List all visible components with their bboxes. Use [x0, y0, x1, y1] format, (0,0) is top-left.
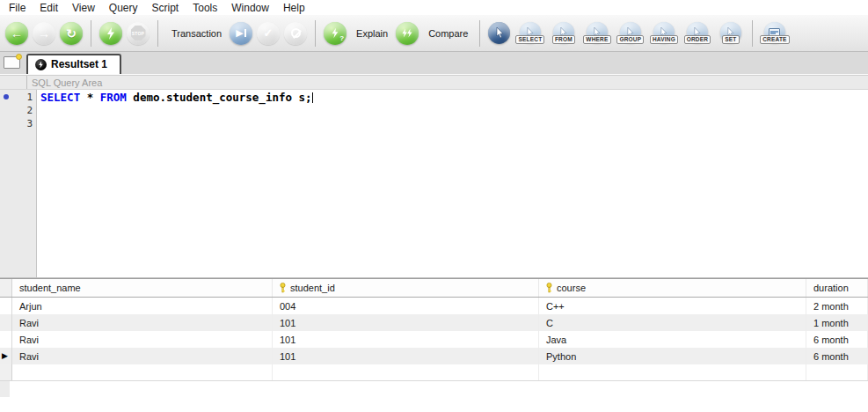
sql-query-area-bar[interactable]: SQL Query Area	[0, 75, 868, 90]
table-row[interactable]: Ravi101C1 month	[0, 314, 868, 331]
transaction-label: Transaction	[171, 28, 222, 39]
grid-cell-student_id[interactable]: 101	[273, 331, 539, 348]
grid-cell-student_name[interactable]: Ravi	[12, 314, 273, 331]
new-tab-dot-icon	[16, 54, 22, 60]
explain-label: Explain	[356, 28, 388, 39]
grid-cell-course[interactable]: C	[539, 314, 806, 331]
sql-token-plain: demo.student_course_info s;	[127, 91, 312, 104]
menu-item-edit[interactable]: Edit	[33, 1, 65, 15]
row-header-corner	[0, 279, 12, 297]
commit-button[interactable]: ✓	[257, 22, 280, 45]
column-header-label: duration	[813, 283, 849, 293]
sql-code-area[interactable]: SELECT * FROM demo.student_course_info s…	[37, 90, 868, 277]
grid-cell-course[interactable]: Java	[539, 331, 806, 348]
refresh-button[interactable]: ↻	[60, 22, 83, 45]
lightning-icon	[106, 27, 116, 40]
tab-label: Resultset 1	[51, 58, 107, 70]
querybar-divider	[26, 76, 27, 89]
rollback-button[interactable]	[284, 22, 307, 45]
toolbar: ← → ↻ STOP Transaction ▶ ✓ ?	[0, 15, 868, 52]
sql-token-keyword: FROM	[100, 91, 127, 104]
grid-cell-empty[interactable]	[12, 364, 273, 380]
grid-cell-student_name[interactable]: Ravi	[12, 348, 273, 364]
builder-label: SET	[722, 35, 739, 44]
cursor-icon	[495, 27, 504, 39]
builder-from-button[interactable]: FROM	[550, 22, 577, 44]
grid-cell-empty[interactable]	[273, 364, 539, 380]
tab-bar: Resultset 1	[0, 52, 868, 75]
builder-where-button[interactable]: WHERE	[583, 22, 610, 44]
question-mark-icon: ?	[339, 34, 344, 42]
builder-order-button[interactable]: ORDER	[683, 22, 711, 44]
table-row[interactable]: ▶Ravi101Python6 month	[0, 348, 868, 364]
builder-label: HAVING	[650, 35, 678, 44]
grid-cell-student_id[interactable]: 101	[273, 348, 539, 364]
query-builder-pointer-button[interactable]	[488, 22, 510, 44]
menu-bar: FileEditViewQueryScriptToolsWindowHelp	[0, 0, 868, 15]
tab-resultset-1[interactable]: Resultset 1	[26, 54, 121, 74]
row-header-cell[interactable]	[0, 314, 12, 331]
key-icon	[280, 283, 286, 293]
text-caret	[312, 92, 314, 103]
grid-cell-empty[interactable]	[539, 364, 806, 380]
editor-gutter[interactable]: 123	[0, 90, 37, 277]
column-header-duration[interactable]: duration	[806, 279, 868, 297]
query-builder-group: SELECTFROMWHEREGROUPHAVINGORDERSET	[488, 22, 744, 44]
builder-group-button[interactable]: GROUP	[616, 22, 644, 44]
sql-line-1: SELECT * FROM demo.student_course_info s…	[40, 91, 868, 104]
grid-cell-course[interactable]: Python	[539, 348, 806, 364]
execute-query-button[interactable]	[99, 22, 122, 45]
menu-item-help[interactable]: Help	[276, 1, 312, 15]
start-transaction-button[interactable]: ▶	[230, 22, 252, 45]
menu-item-tools[interactable]: Tools	[186, 1, 224, 15]
column-header-label: course	[557, 283, 586, 293]
builder-set-button[interactable]: SET	[717, 22, 744, 44]
grid-cell-student_id[interactable]: 101	[273, 314, 539, 331]
create-table-button[interactable]: CREATE	[761, 22, 788, 44]
double-lightning-icon	[401, 27, 413, 39]
stop-query-button[interactable]: STOP	[127, 22, 150, 45]
column-header-course[interactable]: course	[539, 279, 806, 297]
menu-item-window[interactable]: Window	[224, 1, 276, 15]
menu-item-query[interactable]: Query	[102, 1, 145, 15]
sql-line-2	[40, 104, 868, 117]
column-header-student_name[interactable]: student_name	[12, 279, 273, 297]
sql-query-area-label: SQL Query Area	[32, 77, 102, 88]
explain-button[interactable]: ?	[324, 22, 346, 45]
grid-cell-student_name[interactable]: Arjun	[12, 298, 273, 314]
compare-button[interactable]	[396, 22, 419, 45]
menu-item-file[interactable]: File	[2, 1, 33, 15]
grid-cell-student_name[interactable]: Ravi	[12, 331, 273, 348]
grid-cell-duration[interactable]: 2 month	[806, 298, 868, 314]
row-header-cell	[0, 364, 12, 380]
grid-new-row[interactable]	[0, 364, 868, 381]
toolbar-separator	[315, 20, 316, 47]
table-row[interactable]: Arjun004C++2 month	[0, 298, 868, 314]
grid-cell-duration[interactable]: 6 month	[806, 331, 868, 348]
column-header-label: student_name	[19, 283, 81, 293]
refresh-icon: ↻	[66, 27, 77, 40]
menu-item-script[interactable]: Script	[145, 1, 186, 15]
back-button[interactable]: ←	[5, 22, 28, 45]
row-header-stub	[0, 381, 10, 397]
column-header-student_id[interactable]: student_id	[273, 279, 539, 297]
line-number: 2	[0, 104, 33, 117]
builder-select-button[interactable]: SELECT	[516, 22, 543, 44]
grid-cell-duration[interactable]: 1 month	[806, 314, 868, 331]
table-row[interactable]: Ravi101Java6 month	[0, 331, 868, 348]
menu-item-view[interactable]: View	[65, 1, 102, 15]
grid-cell-duration[interactable]: 6 month	[806, 348, 868, 364]
grid-cell-student_id[interactable]: 004	[273, 298, 539, 314]
builder-having-button[interactable]: HAVING	[650, 22, 677, 44]
row-header-cell[interactable]	[0, 298, 12, 314]
grid-cell-course[interactable]: C++	[539, 298, 806, 314]
row-header-cell[interactable]: ▶	[0, 348, 12, 364]
resultset-lightning-icon	[35, 59, 47, 70]
forward-arrow-icon: →	[38, 27, 50, 40]
forward-button[interactable]: →	[33, 22, 55, 45]
grid-cell-empty[interactable]	[806, 364, 868, 380]
row-header-cell[interactable]	[0, 331, 12, 348]
builder-label: GROUP	[616, 35, 644, 44]
new-query-tab-button[interactable]	[4, 56, 23, 71]
current-row-arrow-icon: ▶	[2, 352, 8, 360]
